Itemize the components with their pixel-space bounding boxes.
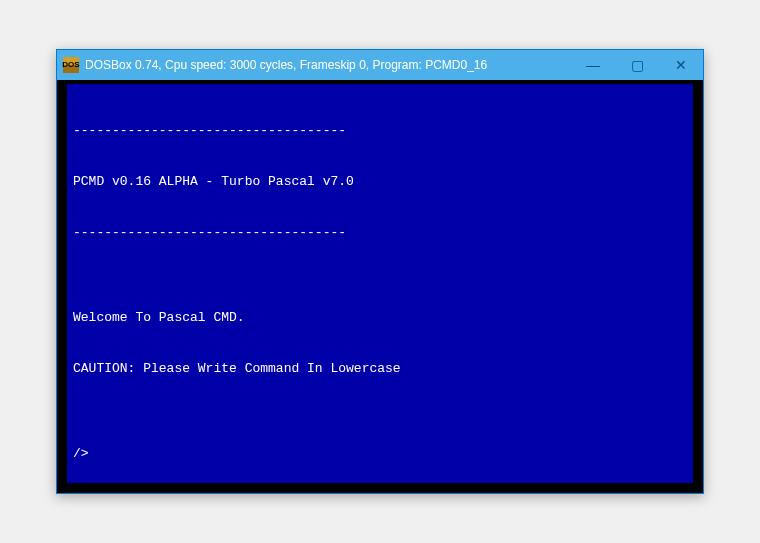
maximize-icon: ▢ [631,57,644,73]
minimize-button[interactable]: — [571,50,615,80]
terminal-line: Welcome To Pascal CMD. [73,309,687,326]
titlebar-text: DOSBox 0.74, Cpu speed: 3000 cycles, Fra… [85,58,571,72]
maximize-button[interactable]: ▢ [615,50,659,80]
terminal-line: CAUTION: Please Write Command In Lowerca… [73,360,687,377]
dosbox-window: DOS DOSBox 0.74, Cpu speed: 3000 cycles,… [56,49,704,494]
close-button[interactable]: ✕ [659,50,703,80]
terminal-line: PCMD v0.16 ALPHA - Turbo Pascal v7.0 [73,173,687,190]
titlebar[interactable]: DOS DOSBox 0.74, Cpu speed: 3000 cycles,… [57,50,703,80]
terminal-prompt: /> [73,445,687,462]
dosbox-icon: DOS [63,57,79,73]
terminal-line: ----------------------------------- [73,122,687,139]
window-controls: — ▢ ✕ [571,50,703,80]
terminal-screen[interactable]: ----------------------------------- PCMD… [57,80,703,493]
close-icon: ✕ [675,57,687,73]
minimize-icon: — [586,57,600,73]
terminal-line: ----------------------------------- [73,224,687,241]
